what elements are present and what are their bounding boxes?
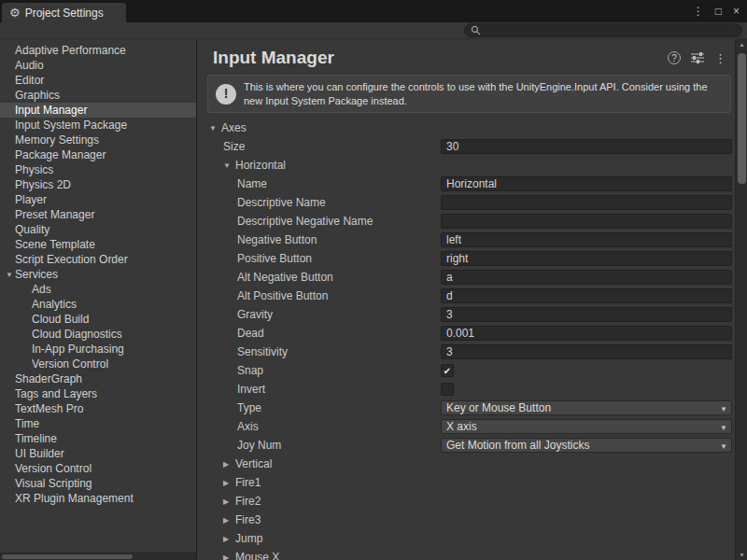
scroll-up-icon[interactable]: ▲ xyxy=(736,41,747,48)
presets-icon[interactable] xyxy=(691,52,704,63)
sidebar-item-in-app-purchasing[interactable]: In-App Purchasing xyxy=(0,342,196,357)
sidebar-item-version-control[interactable]: Version Control xyxy=(0,461,196,476)
sidebar-item-input-system-package[interactable]: Input System Package xyxy=(0,118,196,133)
property-list: ▼AxesSize30▼HorizontalNameHorizontalDesc… xyxy=(197,119,747,560)
sidebar-item-player[interactable]: Player xyxy=(0,192,196,207)
text-input[interactable]: 30 xyxy=(441,139,732,154)
label-text: Type xyxy=(237,401,261,414)
foldout-closed-icon[interactable]: ▶ xyxy=(223,516,235,525)
sidebar-item-script-execution-order[interactable]: Script Execution Order xyxy=(0,252,196,267)
settings-sidebar: Adaptive PerformanceAudioEditorGraphicsI… xyxy=(0,39,197,560)
foldout-open-icon[interactable]: ▼ xyxy=(223,161,235,170)
sidebar-item-time[interactable]: Time xyxy=(0,416,196,431)
text-input[interactable]: left xyxy=(441,232,732,247)
search-icon xyxy=(471,25,481,35)
property-label[interactable]: ▶Mouse X xyxy=(197,551,441,560)
property-label: Size xyxy=(197,140,441,153)
scroll-down-icon[interactable]: ▼ xyxy=(736,552,747,558)
property-row-vertical: ▶Vertical xyxy=(197,455,747,473)
text-input[interactable]: right xyxy=(441,251,732,266)
maximize-icon[interactable]: □ xyxy=(715,6,722,17)
sidebar-item-input-manager[interactable]: Input Manager xyxy=(0,103,196,118)
sidebar-item-timeline[interactable]: Timeline xyxy=(0,431,196,446)
sidebar-item-cloud-diagnostics[interactable]: Cloud Diagnostics xyxy=(0,327,196,342)
property-row-mouse-x: ▶Mouse X xyxy=(197,548,747,560)
property-label[interactable]: ▶Vertical xyxy=(197,457,441,470)
dropdown[interactable]: Key or Mouse Button▼ xyxy=(441,400,732,415)
sidebar-item-textmesh-pro[interactable]: TextMesh Pro xyxy=(0,401,196,416)
text-input[interactable]: 3 xyxy=(441,307,732,322)
sidebar-item-tags-and-layers[interactable]: Tags and Layers xyxy=(0,386,196,401)
checkbox[interactable] xyxy=(441,383,454,396)
search-input[interactable] xyxy=(485,24,736,36)
sidebar-item-shadergraph[interactable]: ShaderGraph xyxy=(0,371,196,386)
text-input[interactable]: d xyxy=(441,288,732,303)
property-label[interactable]: ▶Fire1 xyxy=(197,476,441,489)
text-input[interactable] xyxy=(441,195,732,210)
foldout-open-icon[interactable]: ▼ xyxy=(209,124,221,133)
text-input[interactable]: 0.001 xyxy=(441,326,732,341)
scrollbar-thumb[interactable] xyxy=(2,554,133,559)
window-menu-icon[interactable]: ⋮ xyxy=(693,6,704,17)
sidebar-item-version-control[interactable]: Version Control xyxy=(0,357,196,371)
sidebar-item-services[interactable]: ▼Services xyxy=(0,267,196,282)
sidebar-item-cloud-build[interactable]: Cloud Build xyxy=(0,312,196,327)
close-icon[interactable]: × xyxy=(733,6,740,17)
scrollbar-thumb[interactable] xyxy=(738,53,746,184)
sidebar-item-xr-plugin-management[interactable]: XR Plugin Management xyxy=(0,491,196,506)
property-label[interactable]: ▶Jump xyxy=(197,532,441,545)
tab-project-settings[interactable]: ⚙ Project Settings xyxy=(2,3,126,22)
sidebar-item-audio[interactable]: Audio xyxy=(0,58,196,73)
property-label[interactable]: ▼Horizontal xyxy=(197,159,441,172)
sidebar-horizontal-scrollbar[interactable] xyxy=(0,553,196,560)
sidebar-item-quality[interactable]: Quality xyxy=(0,222,196,237)
property-field: X axis▼ xyxy=(441,419,732,434)
sidebar-item-label: Time xyxy=(15,417,39,430)
dropdown[interactable]: Get Motion from all Joysticks▼ xyxy=(441,438,732,453)
label-text: Fire1 xyxy=(235,476,261,489)
sidebar-item-visual-scripting[interactable]: Visual Scripting xyxy=(0,476,196,491)
dropdown[interactable]: X axis▼ xyxy=(441,419,732,434)
sidebar-item-analytics[interactable]: Analytics xyxy=(0,297,196,312)
sidebar-item-ui-builder[interactable]: UI Builder xyxy=(0,446,196,461)
property-label[interactable]: ▶Fire2 xyxy=(197,495,441,508)
property-label[interactable]: ▶Fire3 xyxy=(197,513,441,526)
sidebar-item-label: Cloud Diagnostics xyxy=(32,328,122,341)
sidebar-item-physics-2d[interactable]: Physics 2D xyxy=(0,177,196,192)
sidebar-item-preset-manager[interactable]: Preset Manager xyxy=(0,207,196,222)
property-label[interactable]: ▼Axes xyxy=(197,121,441,134)
foldout-closed-icon[interactable]: ▶ xyxy=(223,497,235,506)
sidebar-item-editor[interactable]: Editor xyxy=(0,73,196,88)
tab-label: Project Settings xyxy=(25,7,104,20)
sidebar-item-graphics[interactable]: Graphics xyxy=(0,88,196,103)
property-row-fire2: ▶Fire2 xyxy=(197,492,747,511)
sidebar-item-label: Preset Manager xyxy=(15,208,94,221)
sidebar-item-memory-settings[interactable]: Memory Settings xyxy=(0,133,196,147)
vertical-scrollbar[interactable]: ▲ ▼ xyxy=(735,39,747,560)
sidebar-item-package-manager[interactable]: Package Manager xyxy=(0,147,196,162)
help-icon[interactable]: ? xyxy=(668,51,681,64)
text-input[interactable]: Horizontal xyxy=(441,176,732,191)
foldout-closed-icon[interactable]: ▶ xyxy=(223,553,235,560)
sidebar-item-scene-template[interactable]: Scene Template xyxy=(0,237,196,252)
property-field: Key or Mouse Button▼ xyxy=(441,400,732,415)
sidebar-item-label: Package Manager xyxy=(15,148,106,161)
text-input[interactable]: 3 xyxy=(441,344,732,359)
kebab-menu-icon[interactable]: ⋮ xyxy=(714,51,726,65)
text-input[interactable] xyxy=(441,214,732,229)
property-row-name: NameHorizontal xyxy=(197,175,747,193)
checkbox[interactable]: ✔ xyxy=(441,364,454,377)
foldout-closed-icon[interactable]: ▶ xyxy=(223,479,235,487)
label-text: Size xyxy=(223,140,245,153)
chevron-down-icon: ▼ xyxy=(720,422,727,434)
foldout-open-icon[interactable]: ▼ xyxy=(4,268,15,283)
foldout-closed-icon[interactable]: ▶ xyxy=(223,535,235,543)
property-row-axis: AxisX axis▼ xyxy=(197,417,747,436)
sidebar-item-ads[interactable]: Ads xyxy=(0,282,196,297)
foldout-closed-icon[interactable]: ▶ xyxy=(223,460,235,469)
text-input[interactable]: a xyxy=(441,270,732,285)
sidebar-item-adaptive-performance[interactable]: Adaptive Performance xyxy=(0,43,196,58)
search-box[interactable] xyxy=(464,23,742,37)
sidebar-item-physics[interactable]: Physics xyxy=(0,162,196,177)
property-label: Name xyxy=(197,177,441,190)
